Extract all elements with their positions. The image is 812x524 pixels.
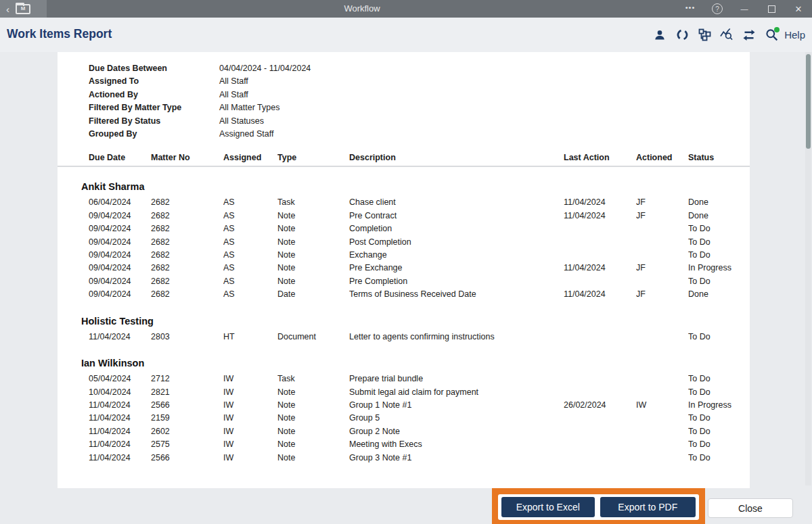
cell-type: Note	[277, 438, 349, 451]
cell-assigned: AS	[223, 196, 277, 209]
cell-status: Done	[688, 210, 736, 222]
vertical-scrollbar[interactable]	[805, 52, 811, 485]
table-header-row: Due DateMatter NoAssignedTypeDescription…	[89, 153, 736, 162]
cell-type: Document	[277, 331, 349, 343]
report-preview-page: Due Dates Between04/04/2024 - 11/04/2024…	[58, 52, 750, 488]
cell-matter-no: 2682	[151, 236, 223, 249]
cell-status: In Progress	[688, 262, 736, 275]
close-button[interactable]: Close	[708, 498, 793, 518]
column-header-description: Description	[349, 153, 564, 162]
cell-type: Task	[277, 196, 349, 209]
analytics-search-icon[interactable]	[720, 28, 734, 42]
table-row: 11/04/20242159IWNoteGroup 5To Do	[89, 412, 736, 425]
table-row: 09/04/20242682ASNotePre CompletionTo Do	[89, 275, 736, 288]
cell-actioned	[636, 412, 688, 425]
cell-actioned	[636, 452, 688, 465]
report-groups: Ankit Sharma06/04/20242682ASTaskChase cl…	[89, 181, 736, 465]
export-to-pdf-button[interactable]: Export to PDF	[600, 497, 696, 517]
cell-due-date: 11/04/2024	[89, 452, 151, 465]
cell-actioned: JF	[636, 196, 688, 209]
cell-last-action: 26/02/2024	[564, 399, 636, 412]
filter-row: Filtered By StatusAll Statuses	[89, 115, 736, 128]
export-to-excel-button[interactable]: Export to Excel	[501, 497, 595, 517]
close-window-button[interactable]: ✕	[785, 0, 812, 18]
table-row: 09/04/20242682ASDateTerms of Business Re…	[89, 288, 736, 301]
cell-due-date: 11/04/2024	[89, 331, 151, 343]
user-icon[interactable]	[653, 28, 667, 42]
filter-value: All Staff	[219, 75, 736, 88]
cell-assigned: IW	[223, 386, 277, 399]
more-options-button[interactable]: •••	[677, 0, 704, 16]
cell-status: Done	[688, 196, 736, 209]
cell-actioned: JF	[636, 288, 688, 301]
cell-last-action: 11/04/2024	[564, 288, 636, 301]
minimize-button[interactable]: —	[731, 0, 758, 18]
cell-actioned	[636, 236, 688, 249]
cell-matter-no: 2159	[151, 412, 223, 425]
column-header-due-date: Due Date	[89, 153, 151, 162]
notification-dot	[774, 27, 780, 32]
column-header-matter-no: Matter No	[151, 153, 223, 162]
cell-due-date: 09/04/2024	[89, 222, 151, 235]
column-header-type: Type	[277, 153, 349, 162]
cell-due-date: 06/04/2024	[89, 196, 151, 209]
swap-arrows-icon[interactable]	[742, 28, 756, 42]
window-controls: ••• ? — ✕	[677, 0, 812, 18]
cell-last-action	[564, 275, 636, 288]
cell-type: Note	[277, 452, 349, 465]
cell-status: To Do	[688, 222, 736, 235]
table-header-divider	[58, 166, 750, 167]
cell-last-action: 11/04/2024	[564, 210, 636, 222]
table-row: 11/04/20242566IWNoteGroup 1 Note #126/02…	[89, 399, 736, 412]
cell-assigned: HT	[223, 331, 277, 343]
cell-due-date: 09/04/2024	[89, 249, 151, 262]
cell-description: Submit legal aid claim for payment	[349, 386, 564, 399]
scrollbar-thumb[interactable]	[806, 54, 811, 149]
cell-status: To Do	[688, 275, 736, 288]
question-icon: ?	[712, 3, 723, 14]
cell-last-action	[564, 452, 636, 465]
cell-type: Note	[277, 386, 349, 399]
cell-due-date: 05/04/2024	[89, 373, 151, 385]
cell-due-date: 11/04/2024	[89, 412, 151, 425]
cell-matter-no: 2821	[151, 386, 223, 399]
cell-due-date: 10/04/2024	[89, 386, 151, 399]
cell-description: Pre Completion	[349, 275, 564, 288]
cell-assigned: IW	[223, 452, 277, 465]
cell-last-action	[564, 222, 636, 235]
header-toolbar: Help	[653, 18, 805, 52]
cell-due-date: 09/04/2024	[89, 288, 151, 301]
cell-actioned	[636, 438, 688, 451]
cell-status: To Do	[688, 452, 736, 465]
cell-actioned: JF	[636, 210, 688, 222]
maximize-button[interactable]	[758, 0, 785, 18]
org-chart-icon[interactable]	[698, 28, 711, 42]
table-row: 10/04/20242821IWNoteSubmit legal aid cla…	[89, 386, 736, 399]
cell-matter-no: 2803	[151, 331, 223, 343]
cell-status: To Do	[688, 236, 736, 249]
cell-type: Note	[277, 262, 349, 275]
help-link[interactable]: Help	[784, 29, 805, 41]
filter-row: Grouped ByAssigned Staff	[89, 128, 736, 141]
table-row: 11/04/20242575IWNoteMeeting with ExecsTo…	[89, 438, 736, 451]
filter-label: Assigned To	[89, 75, 219, 88]
cell-matter-no: 2682	[151, 210, 223, 222]
cell-actioned	[636, 331, 688, 343]
cell-type: Note	[277, 236, 349, 249]
filter-value: Assigned Staff	[219, 128, 736, 141]
cell-matter-no: 2682	[151, 288, 223, 301]
cell-description: Group 3 Note #1	[349, 452, 564, 465]
filter-value: 04/04/2024 - 11/04/2024	[219, 62, 736, 75]
search-icon[interactable]	[765, 28, 778, 42]
titlebar-help-button[interactable]: ?	[704, 0, 731, 18]
cell-description: Exchange	[349, 249, 564, 262]
filter-value: All Staff	[219, 89, 736, 101]
cell-assigned: AS	[223, 210, 277, 222]
cell-assigned: AS	[223, 249, 277, 262]
sync-icon[interactable]	[675, 28, 689, 42]
cell-due-date: 09/04/2024	[89, 236, 151, 249]
cell-description: Group 2 Note	[349, 425, 564, 438]
maximize-icon	[768, 5, 775, 13]
cell-description: Meeting with Execs	[349, 438, 564, 451]
cell-due-date: 11/04/2024	[89, 425, 151, 438]
